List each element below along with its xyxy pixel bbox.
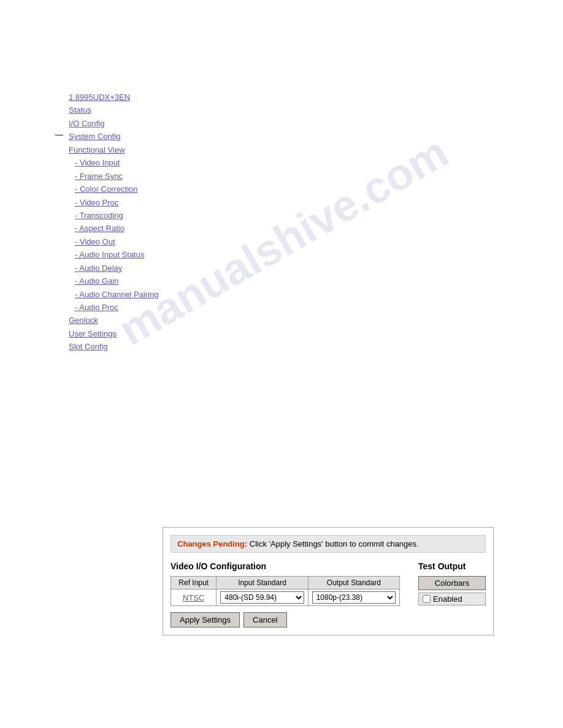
enabled-label: Enabled (433, 594, 462, 604)
cancel-button[interactable]: Cancel (243, 612, 286, 628)
config-table: Ref Input Input Standard Output Standard… (170, 576, 400, 606)
sidebar-item-status[interactable]: Status (69, 104, 204, 116)
input-standard-cell[interactable]: 480i-(SD 59.94) 576i-(SD 50) 720p-(HD 59… (216, 590, 308, 606)
col-output-standard: Output Standard (308, 577, 399, 590)
changes-pending-bar: Changes Pending: Click 'Apply Settings' … (170, 535, 486, 553)
sidebar-item-genlock[interactable]: Genlock (69, 314, 204, 327)
apply-settings-button[interactable]: Apply Settings (170, 612, 240, 628)
buttons-row: Apply Settings Cancel (170, 612, 400, 628)
ref-input-value[interactable]: NTSC (171, 590, 216, 606)
changes-pending-label: Changes Pending: (177, 539, 247, 548)
sidebar-item-slot-config[interactable]: Slot Config (69, 340, 204, 353)
panel-content: Video I/O Configuration Ref Input Input … (170, 561, 486, 628)
sidebar-item-video-input[interactable]: - Video Input (69, 156, 204, 169)
table-row: NTSC 480i-(SD 59.94) 576i-(SD 50) 720p-(… (171, 590, 400, 606)
colorbars-button[interactable]: Colorbars (418, 576, 486, 590)
sidebar-item-aspect-ratio[interactable]: - Aspect Ratio (69, 222, 204, 235)
sidebar: 1 8995UDX+3EN Status I/O Config System C… (69, 91, 204, 354)
sidebar-item-audio-gain[interactable]: - Audio Gain (69, 275, 204, 287)
video-io-section: Video I/O Configuration Ref Input Input … (170, 561, 400, 628)
enabled-checkbox[interactable] (423, 595, 431, 603)
sidebar-item-video-out[interactable]: - Video Out (69, 235, 204, 248)
sidebar-item-audio-delay[interactable]: - Audio Delay (69, 262, 204, 275)
sidebar-item-color-correction[interactable]: - Color Correction (69, 183, 204, 195)
sidebar-item-transcoding[interactable]: - Transcoding (69, 209, 204, 222)
col-ref-input: Ref Input (171, 577, 216, 590)
output-standard-cell[interactable]: 1080p-(23.38) 1080i-(HD 59.94) 720p-(HD … (308, 590, 399, 606)
sidebar-item-device[interactable]: 1 8995UDX+3EN (69, 91, 204, 104)
sidebar-item-audio-input-status[interactable]: - Audio Input Status (69, 248, 204, 261)
sidebar-item-system-config[interactable]: System Config (69, 130, 204, 143)
changes-pending-message: Click 'Apply Settings' button to commit … (250, 539, 419, 548)
output-standard-select[interactable]: 1080p-(23.38) 1080i-(HD 59.94) 720p-(HD … (312, 591, 396, 604)
input-standard-select[interactable]: 480i-(SD 59.94) 576i-(SD 50) 720p-(HD 59… (220, 591, 304, 604)
bottom-panel: Changes Pending: Click 'Apply Settings' … (163, 527, 494, 635)
sidebar-item-functional-view[interactable]: Functional View (69, 143, 204, 156)
sidebar-item-frame-sync[interactable]: - Frame Sync (69, 170, 204, 183)
sidebar-item-audio-channel-pairing[interactable]: - Audio Channel Pairing (69, 288, 204, 301)
enabled-row: Enabled (418, 593, 486, 605)
sidebar-item-io-config[interactable]: I/O Config (69, 117, 204, 130)
sidebar-item-video-proc[interactable]: - Video Proc (69, 196, 204, 209)
test-output-title: Test Output (418, 561, 486, 571)
sidebar-item-user-settings[interactable]: User Settings (69, 327, 204, 340)
test-output-section: Test Output Colorbars Enabled (418, 561, 486, 628)
sidebar-item-audio-proc[interactable]: - Audio Proc (69, 301, 204, 314)
col-input-standard: Input Standard (216, 577, 308, 590)
video-io-title: Video I/O Configuration (170, 561, 400, 571)
